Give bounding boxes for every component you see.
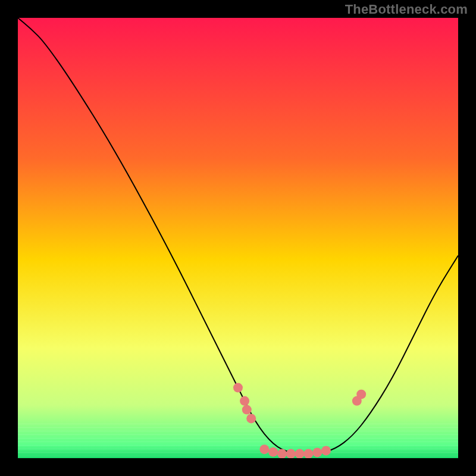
data-point — [277, 449, 287, 458]
svg-rect-4 — [18, 441, 458, 442]
data-point — [233, 383, 243, 393]
data-point — [268, 447, 278, 457]
svg-rect-8 — [18, 427, 458, 428]
watermark-text: TheBottleneck.com — [345, 2, 468, 17]
data-point — [286, 449, 296, 458]
data-point — [295, 449, 305, 458]
data-point — [321, 446, 331, 455]
svg-rect-0 — [18, 456, 458, 456]
svg-rect-5 — [18, 438, 458, 439]
data-point — [240, 396, 249, 406]
data-point — [246, 414, 256, 423]
svg-rect-2 — [18, 449, 458, 449]
data-point — [242, 405, 252, 415]
data-point — [356, 390, 366, 399]
svg-rect-9 — [18, 424, 458, 424]
data-point — [312, 447, 322, 457]
svg-rect-7 — [18, 431, 458, 431]
svg-rect-6 — [18, 434, 458, 435]
data-point — [259, 444, 269, 454]
data-point — [303, 449, 313, 458]
plot-area — [18, 18, 458, 458]
chart-svg — [18, 18, 458, 458]
svg-rect-3 — [18, 445, 458, 446]
svg-rect-1 — [18, 452, 458, 453]
chart-container: TheBottleneck.com — [0, 0, 476, 476]
